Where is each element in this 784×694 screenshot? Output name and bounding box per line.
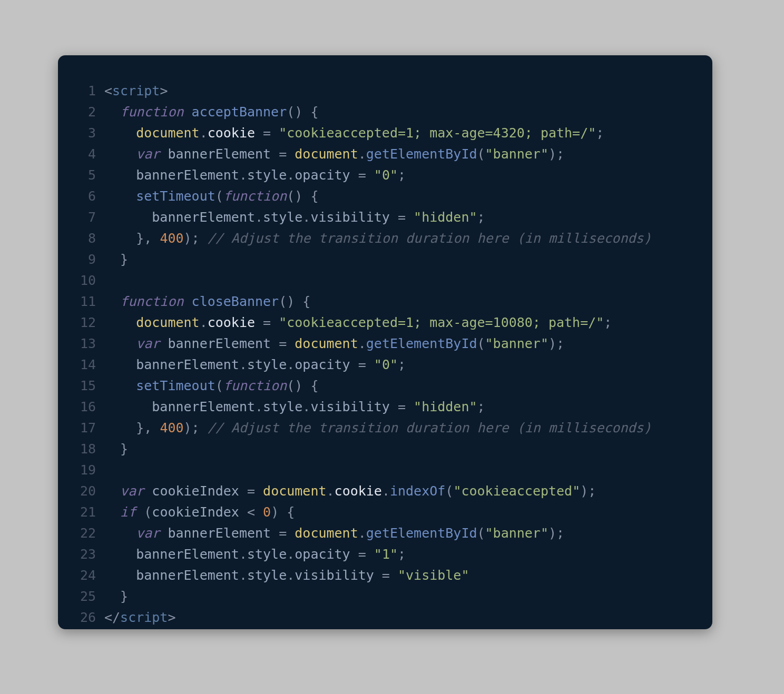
code-token	[390, 568, 398, 583]
code-line[interactable]: 26</script>	[66, 607, 703, 628]
code-content[interactable]: function acceptBanner() {	[104, 102, 703, 123]
code-content[interactable]: var bannerElement = document.getElementB…	[104, 144, 703, 165]
code-token: document	[136, 315, 199, 330]
code-token: opacity	[295, 167, 350, 183]
code-token	[104, 125, 136, 141]
code-editor-pane[interactable]: 1<script>2 function acceptBanner() {3 do…	[58, 55, 712, 629]
code-token: .	[287, 167, 295, 183]
code-line[interactable]: 14 bannerElement.style.opacity = "0";	[66, 354, 703, 375]
code-line[interactable]: 21 if (cookieIndex < 0) {	[66, 502, 703, 523]
code-token: (	[477, 526, 485, 541]
code-token: =	[279, 336, 287, 351]
code-line[interactable]: 10	[66, 270, 703, 291]
code-content[interactable]: var bannerElement = document.getElementB…	[104, 523, 703, 544]
code-token	[104, 547, 136, 562]
code-line[interactable]: 11 function closeBanner() {	[66, 291, 703, 312]
code-line[interactable]: 16 bannerElement.style.visibility = "hid…	[66, 396, 703, 418]
code-content[interactable]: var cookieIndex = document.cookie.indexO…	[104, 481, 703, 502]
code-token: .	[255, 399, 263, 414]
code-line[interactable]: 15 setTimeout(function() {	[66, 375, 703, 396]
code-token: "1"	[374, 547, 398, 562]
code-token: "banner"	[485, 526, 548, 541]
code-line[interactable]: 2 function acceptBanner() {	[66, 102, 703, 123]
code-token	[350, 167, 358, 183]
code-token: );	[580, 483, 596, 499]
code-token	[104, 210, 152, 225]
code-content[interactable]: setTimeout(function() {	[104, 186, 703, 207]
code-content[interactable]: }, 400); // Adjust the transition durati…	[104, 418, 703, 439]
code-token: );	[184, 420, 200, 435]
code-line[interactable]: 19	[66, 460, 703, 481]
code-token: >	[168, 610, 175, 625]
code-content[interactable]: bannerElement.style.visibility = "visibl…	[104, 565, 703, 586]
code-token	[350, 547, 358, 562]
line-number: 15	[66, 375, 104, 396]
code-content[interactable]: }, 400); // Adjust the transition durati…	[104, 228, 703, 249]
code-token: =	[279, 526, 287, 541]
code-content[interactable]: </script>	[104, 607, 703, 628]
code-line[interactable]: 3 document.cookie = "cookieaccepted=1; m…	[66, 123, 703, 144]
code-token	[302, 104, 310, 120]
code-token	[366, 167, 374, 183]
code-area[interactable]: 1<script>2 function acceptBanner() {3 do…	[58, 55, 712, 629]
code-content[interactable]: bannerElement.style.opacity = "0";	[104, 354, 703, 375]
code-token	[390, 399, 398, 414]
code-line[interactable]: 12 document.cookie = "cookieaccepted=1; …	[66, 312, 703, 333]
code-line[interactable]: 17 }, 400); // Adjust the transition dur…	[66, 418, 703, 439]
code-content[interactable]: document.cookie = "cookieaccepted=1; max…	[104, 312, 703, 333]
code-line[interactable]: 13 var bannerElement = document.getEleme…	[66, 333, 703, 354]
code-token	[287, 336, 295, 351]
code-content[interactable]: bannerElement.style.opacity = "0";	[104, 165, 703, 186]
code-content[interactable]: <script>	[104, 81, 703, 102]
code-token	[104, 357, 136, 372]
code-token: function	[120, 104, 183, 120]
code-token	[271, 125, 279, 141]
code-content[interactable]: bannerElement.style.visibility = "hidden…	[104, 207, 703, 228]
code-token: ()	[287, 104, 302, 120]
code-line[interactable]: 20 var cookieIndex = document.cookie.ind…	[66, 481, 703, 502]
code-content[interactable]: }	[104, 586, 703, 607]
code-token: bannerElement	[136, 167, 239, 183]
code-content[interactable]: bannerElement.style.opacity = "1";	[104, 544, 703, 565]
code-content[interactable]: if (cookieIndex < 0) {	[104, 502, 703, 523]
code-line[interactable]: 4 var bannerElement = document.getElemen…	[66, 144, 703, 165]
code-content[interactable]: bannerElement.style.visibility = "hidden…	[104, 396, 703, 418]
line-number: 17	[66, 418, 104, 439]
code-content[interactable]: document.cookie = "cookieaccepted=1; max…	[104, 123, 703, 144]
code-token	[104, 231, 136, 246]
code-content[interactable]: function closeBanner() {	[104, 291, 703, 312]
code-token	[255, 504, 263, 520]
code-token	[200, 420, 208, 435]
code-line[interactable]: 6 setTimeout(function() {	[66, 186, 703, 207]
code-token: (	[215, 378, 223, 393]
code-token: bannerElement	[152, 399, 255, 414]
code-token: setTimeout	[136, 378, 215, 393]
code-token: =	[398, 399, 406, 414]
code-token: =	[263, 125, 271, 141]
code-line[interactable]: 23 bannerElement.style.opacity = "1";	[66, 544, 703, 565]
code-line[interactable]: 18 }	[66, 439, 703, 460]
code-token	[104, 336, 136, 351]
code-line[interactable]: 9 }	[66, 249, 703, 270]
code-token: 400	[160, 231, 183, 246]
code-line[interactable]: 8 }, 400); // Adjust the transition dura…	[66, 228, 703, 249]
code-content[interactable]: var bannerElement = document.getElementB…	[104, 333, 703, 354]
code-line[interactable]: 22 var bannerElement = document.getEleme…	[66, 523, 703, 544]
code-line[interactable]: 5 bannerElement.style.opacity = "0";	[66, 165, 703, 186]
code-line[interactable]: 1<script>	[66, 81, 703, 102]
line-number: 10	[66, 270, 104, 291]
code-line[interactable]: 24 bannerElement.style.visibility = "vis…	[66, 565, 703, 586]
code-line[interactable]: 7 bannerElement.style.visibility = "hidd…	[66, 207, 703, 228]
code-token	[104, 104, 120, 120]
line-number: 21	[66, 502, 104, 523]
code-token	[239, 483, 247, 499]
line-number: 11	[66, 291, 104, 312]
code-content[interactable]: }	[104, 249, 703, 270]
code-content[interactable]: setTimeout(function() {	[104, 375, 703, 396]
code-token	[104, 483, 120, 499]
line-number: 19	[66, 460, 104, 481]
code-token: <	[247, 504, 255, 520]
code-content[interactable]: }	[104, 439, 703, 460]
line-number: 23	[66, 544, 104, 565]
code-line[interactable]: 25 }	[66, 586, 703, 607]
